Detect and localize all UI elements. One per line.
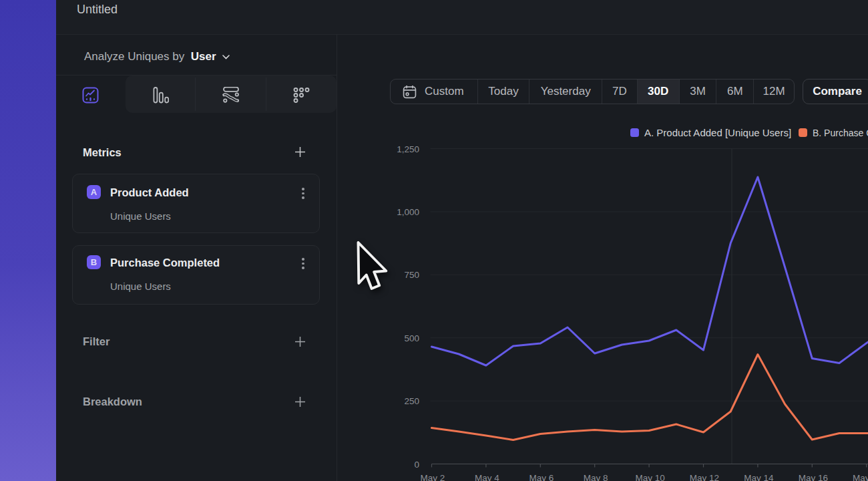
svg-text:0: 0 [414, 460, 419, 470]
svg-text:500: 500 [404, 333, 419, 343]
svg-text:May 6: May 6 [529, 473, 554, 481]
svg-text:1,000: 1,000 [397, 207, 419, 217]
svg-text:May 16: May 16 [799, 473, 828, 481]
svg-text:1,250: 1,250 [397, 144, 419, 154]
svg-text:May 14: May 14 [744, 473, 774, 481]
svg-text:May 12: May 12 [690, 473, 719, 481]
svg-text:May 2: May 2 [421, 473, 445, 481]
svg-text:250: 250 [404, 396, 419, 406]
svg-text:May 4: May 4 [475, 473, 499, 481]
svg-text:May 8: May 8 [584, 473, 608, 481]
svg-text:750: 750 [404, 270, 419, 280]
svg-text:May 10: May 10 [635, 473, 664, 481]
svg-text:May 18: May 18 [853, 473, 868, 481]
